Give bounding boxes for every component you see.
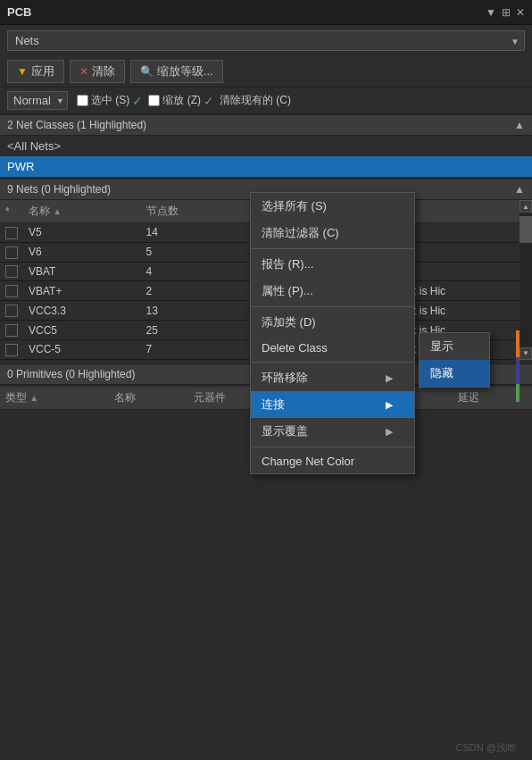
nets-scrollbar[interactable]: ▲ ▼ [520,200,532,360]
clear-existing-wrapper: 清除现有的 (C) [220,93,291,108]
net-class-item-allnets[interactable]: <All Nets> [0,136,532,156]
ctx-divider-1 [251,248,414,249]
nets-dropdown-row: Nets [0,25,532,56]
net-classes-count: 2 Net Classes (1 Highlighted) [7,119,146,131]
row-nodes: 25 [141,321,245,340]
toolbar-row: ▼ 应用 ✕ 清除 🔍 缩放等级... [0,56,532,88]
row-name: VBAT [23,262,141,281]
row-color [0,339,23,359]
zoom-icon: 🔍 [140,65,154,78]
ctx-add-class[interactable]: 添加类 (D) [251,309,414,336]
col-nodes[interactable]: 节点数 [141,200,245,223]
color-swatch [5,265,18,278]
row-name: VBAT+ [23,281,141,301]
ctx-connect[interactable]: 连接 ▶ 显示 隐藏 [251,391,414,418]
row-nodes: 5 [141,242,245,262]
zoom-checkbox[interactable] [148,95,160,106]
row-name: V6 [23,242,141,262]
row-color [0,223,23,243]
ctx-divider-4 [251,447,414,447]
apply-button[interactable]: ▼ 应用 [7,60,64,83]
zoom-checkbox-wrapper: 缩放 (Z) ✓ [148,93,214,108]
submenu-show[interactable]: 显示 [420,333,489,360]
clear-button[interactable]: ✕ 清除 [70,60,125,83]
watermark: CSDN @浅哗 [456,741,516,755]
loop-remove-arrow: ▶ [386,372,393,384]
row-nodes: 14 [141,223,245,243]
scroll-track [520,213,532,347]
scroll-down[interactable]: ▼ [520,347,532,360]
strip-green [516,384,520,402]
color-swatch [5,285,18,297]
ctx-delete-class[interactable]: Delete Class [251,336,414,360]
title-bar: PCB ▼ ⊞ ✕ [0,0,532,25]
row-name: VCC3.3 [23,301,141,321]
row-name: VCC-5 [23,339,141,359]
prim-col-name: 名称 [109,387,188,410]
zoom-button[interactable]: 🔍 缩放等级... [130,60,223,83]
ctx-display-overlay[interactable]: 显示覆盖 ▶ [251,418,414,445]
zoom-label: 缩放 (Z) [162,93,201,108]
select-checkmark: ✓ [132,94,143,108]
mode-dropdown-wrapper[interactable]: Normal [7,91,68,110]
close-icon[interactable]: ✕ [516,6,525,19]
ctx-properties[interactable]: 属性 (P)... [251,278,414,305]
clear-existing-label: 清除现有的 (C) [220,93,291,108]
ctx-clear-filter[interactable]: 清除过滤器 (C) [251,220,414,246]
row-nodes: 2 [141,281,245,301]
title-controls: ▼ ⊞ ✕ [486,6,525,19]
select-checkbox[interactable] [77,95,88,106]
ctx-select-all[interactable]: 选择所有 (S) [251,193,414,220]
color-swatch [5,227,18,239]
connect-submenu: 显示 隐藏 [419,332,490,388]
nets-collapse-arrow[interactable]: ▲ [514,183,525,196]
net-classes-collapse-arrow[interactable]: ▲ [514,119,525,131]
filter-icon: ▼ [17,65,28,78]
row-nodes: 7 [141,339,245,359]
select-checkbox-wrapper: 选中 (S) ✓ [77,93,143,108]
col-name[interactable]: 名称 ▲ [23,200,141,223]
pin-icon[interactable]: ⊞ [502,6,511,19]
color-swatch [5,246,18,259]
row-nodes: 4 [141,262,245,281]
color-swatch [5,324,18,337]
nets-dropdown-wrapper[interactable]: Nets [7,30,525,51]
net-classes-header: 2 Net Classes (1 Highlighted) ▲ [0,114,532,136]
row-color [0,242,23,262]
mode-dropdown[interactable]: Normal [7,91,68,110]
row-name: VCC5 [23,321,141,340]
scroll-thumb [520,216,532,243]
ctx-loop-remove[interactable]: 环路移除 ▶ [251,364,414,391]
row-color [0,301,23,321]
display-overlay-arrow: ▶ [386,426,393,438]
strip-orange [516,330,520,357]
ctx-divider-3 [251,362,414,363]
strip-blue [516,357,520,384]
scroll-up[interactable]: ▲ [520,200,532,213]
connect-arrow: ▶ [386,399,393,411]
prim-col-delay: 延迟 [453,387,532,410]
zoom-checkmark: ✓ [204,94,214,108]
col-star: * [0,200,23,223]
ctx-report[interactable]: 报告 (R)... [251,251,414,278]
prim-sort-arrow: ▲ [29,393,38,403]
primitives-count: 0 Primitives (0 Highlighted) [7,368,135,380]
prim-col-type[interactable]: 类型 ▲ [0,387,109,410]
color-swatch [5,344,18,356]
nets-dropdown[interactable]: Nets [7,30,525,51]
nets-count: 9 Nets (0 Highlighted) [7,183,111,196]
net-classes-list: <All Nets> PWR [0,136,532,177]
submenu-hide[interactable]: 隐藏 [420,360,489,387]
context-menu: 选择所有 (S) 清除过滤器 (C) 报告 (R)... 属性 (P)... 添… [250,192,415,474]
row-nodes: 13 [141,301,245,321]
dropdown-icon[interactable]: ▼ [486,6,496,19]
row-color [0,281,23,301]
color-swatch [5,305,18,317]
net-class-item-pwr[interactable]: PWR [0,156,532,177]
row-name: V5 [23,223,141,243]
row-color [0,321,23,340]
row-color [0,262,23,281]
window-title: PCB [7,5,31,19]
clear-filter-icon: ✕ [79,65,88,78]
ctx-change-net-color[interactable]: Change Net Color [251,449,414,473]
